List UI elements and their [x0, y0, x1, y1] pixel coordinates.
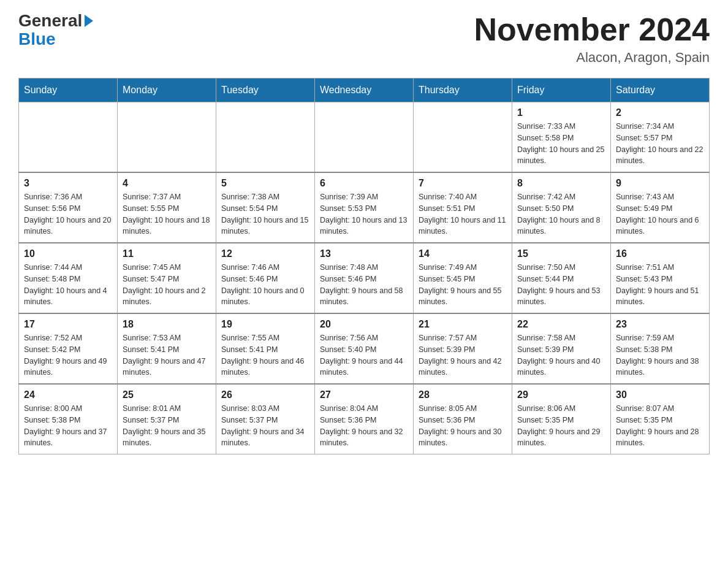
- day-number: 28: [419, 389, 507, 400]
- day-number: 3: [24, 178, 112, 189]
- calendar-cell: 13Sunrise: 7:48 AMSunset: 5:46 PMDayligh…: [315, 243, 414, 313]
- day-number: 27: [320, 389, 408, 400]
- day-info: Sunrise: 8:04 AMSunset: 5:36 PMDaylight:…: [320, 403, 408, 449]
- day-number: 20: [320, 319, 408, 330]
- day-number: 29: [517, 389, 605, 400]
- day-info: Sunrise: 7:33 AMSunset: 5:58 PMDaylight:…: [517, 121, 605, 167]
- day-number: 19: [221, 319, 309, 330]
- day-info: Sunrise: 7:52 AMSunset: 5:42 PMDaylight:…: [24, 332, 112, 378]
- day-info: Sunrise: 7:34 AMSunset: 5:57 PMDaylight:…: [616, 121, 704, 167]
- calendar-cell: 27Sunrise: 8:04 AMSunset: 5:36 PMDayligh…: [315, 384, 414, 454]
- calendar-cell: 8Sunrise: 7:42 AMSunset: 5:50 PMDaylight…: [512, 172, 611, 243]
- day-info: Sunrise: 7:56 AMSunset: 5:40 PMDaylight:…: [320, 332, 408, 378]
- logo-arrow-icon: [85, 15, 93, 27]
- page-header: General Blue November 2024 Alacon, Arago…: [18, 12, 710, 66]
- day-number: 9: [616, 178, 704, 189]
- day-number: 1: [517, 107, 605, 118]
- day-info: Sunrise: 8:07 AMSunset: 5:35 PMDaylight:…: [616, 403, 704, 449]
- day-number: 17: [24, 319, 112, 330]
- calendar-cell: 20Sunrise: 7:56 AMSunset: 5:40 PMDayligh…: [315, 313, 414, 384]
- calendar-header-saturday: Saturday: [611, 79, 710, 102]
- calendar-week-2: 3Sunrise: 7:36 AMSunset: 5:56 PMDaylight…: [19, 172, 710, 243]
- calendar-week-3: 10Sunrise: 7:44 AMSunset: 5:48 PMDayligh…: [19, 243, 710, 313]
- calendar-cell: 11Sunrise: 7:45 AMSunset: 5:47 PMDayligh…: [118, 243, 216, 313]
- calendar-header-sunday: Sunday: [19, 79, 118, 102]
- day-info: Sunrise: 7:59 AMSunset: 5:38 PMDaylight:…: [616, 332, 704, 378]
- calendar-cell: 17Sunrise: 7:52 AMSunset: 5:42 PMDayligh…: [19, 313, 118, 384]
- day-number: 5: [221, 178, 309, 189]
- day-info: Sunrise: 8:06 AMSunset: 5:35 PMDaylight:…: [517, 403, 605, 449]
- day-info: Sunrise: 7:51 AMSunset: 5:43 PMDaylight:…: [616, 262, 704, 308]
- day-number: 14: [419, 248, 507, 259]
- calendar-cell: 14Sunrise: 7:49 AMSunset: 5:45 PMDayligh…: [414, 243, 512, 313]
- day-number: 16: [616, 248, 704, 259]
- day-number: 12: [221, 248, 309, 259]
- day-number: 26: [221, 389, 309, 400]
- day-number: 18: [123, 319, 211, 330]
- day-info: Sunrise: 7:46 AMSunset: 5:46 PMDaylight:…: [221, 262, 309, 308]
- day-number: 13: [320, 248, 408, 259]
- calendar-cell: 30Sunrise: 8:07 AMSunset: 5:35 PMDayligh…: [611, 384, 710, 454]
- calendar-cell: 26Sunrise: 8:03 AMSunset: 5:37 PMDayligh…: [216, 384, 315, 454]
- calendar-header-wednesday: Wednesday: [315, 79, 414, 102]
- day-number: 11: [123, 248, 211, 259]
- day-number: 7: [419, 178, 507, 189]
- day-info: Sunrise: 7:37 AMSunset: 5:55 PMDaylight:…: [123, 191, 211, 237]
- calendar-cell: 15Sunrise: 7:50 AMSunset: 5:44 PMDayligh…: [512, 243, 611, 313]
- calendar-cell: 1Sunrise: 7:33 AMSunset: 5:58 PMDaylight…: [512, 102, 611, 173]
- day-number: 22: [517, 319, 605, 330]
- day-info: Sunrise: 7:55 AMSunset: 5:41 PMDaylight:…: [221, 332, 309, 378]
- calendar-cell: 25Sunrise: 8:01 AMSunset: 5:37 PMDayligh…: [118, 384, 216, 454]
- location-text: Alacon, Aragon, Spain: [474, 50, 710, 66]
- day-number: 4: [123, 178, 211, 189]
- day-info: Sunrise: 7:40 AMSunset: 5:51 PMDaylight:…: [419, 191, 507, 237]
- day-number: 30: [616, 389, 704, 400]
- calendar-week-1: 1Sunrise: 7:33 AMSunset: 5:58 PMDaylight…: [19, 102, 710, 173]
- logo: General Blue: [18, 12, 93, 49]
- day-info: Sunrise: 7:57 AMSunset: 5:39 PMDaylight:…: [419, 332, 507, 378]
- calendar-cell: 3Sunrise: 7:36 AMSunset: 5:56 PMDaylight…: [19, 172, 118, 243]
- calendar-cell: 6Sunrise: 7:39 AMSunset: 5:53 PMDaylight…: [315, 172, 414, 243]
- calendar-cell: [216, 102, 315, 173]
- calendar-cell: 2Sunrise: 7:34 AMSunset: 5:57 PMDaylight…: [611, 102, 710, 173]
- day-number: 24: [24, 389, 112, 400]
- calendar-cell: 23Sunrise: 7:59 AMSunset: 5:38 PMDayligh…: [611, 313, 710, 384]
- day-info: Sunrise: 7:42 AMSunset: 5:50 PMDaylight:…: [517, 191, 605, 237]
- day-number: 8: [517, 178, 605, 189]
- calendar-cell: [315, 102, 414, 173]
- calendar-cell: [414, 102, 512, 173]
- day-info: Sunrise: 7:38 AMSunset: 5:54 PMDaylight:…: [221, 191, 309, 237]
- day-info: Sunrise: 7:36 AMSunset: 5:56 PMDaylight:…: [24, 191, 112, 237]
- day-info: Sunrise: 7:45 AMSunset: 5:47 PMDaylight:…: [123, 262, 211, 308]
- day-number: 10: [24, 248, 112, 259]
- day-info: Sunrise: 7:44 AMSunset: 5:48 PMDaylight:…: [24, 262, 112, 308]
- calendar-header-friday: Friday: [512, 79, 611, 102]
- calendar-cell: 24Sunrise: 8:00 AMSunset: 5:38 PMDayligh…: [19, 384, 118, 454]
- day-info: Sunrise: 7:58 AMSunset: 5:39 PMDaylight:…: [517, 332, 605, 378]
- day-number: 15: [517, 248, 605, 259]
- title-section: November 2024 Alacon, Aragon, Spain: [474, 12, 710, 66]
- day-info: Sunrise: 8:05 AMSunset: 5:36 PMDaylight:…: [419, 403, 507, 449]
- calendar-cell: 5Sunrise: 7:38 AMSunset: 5:54 PMDaylight…: [216, 172, 315, 243]
- month-title: November 2024: [474, 12, 710, 47]
- day-number: 25: [123, 389, 211, 400]
- calendar-cell: 28Sunrise: 8:05 AMSunset: 5:36 PMDayligh…: [414, 384, 512, 454]
- calendar-week-5: 24Sunrise: 8:00 AMSunset: 5:38 PMDayligh…: [19, 384, 710, 454]
- calendar-cell: 29Sunrise: 8:06 AMSunset: 5:35 PMDayligh…: [512, 384, 611, 454]
- calendar-header-monday: Monday: [118, 79, 216, 102]
- calendar-cell: [19, 102, 118, 173]
- day-info: Sunrise: 7:50 AMSunset: 5:44 PMDaylight:…: [517, 262, 605, 308]
- day-info: Sunrise: 7:43 AMSunset: 5:49 PMDaylight:…: [616, 191, 704, 237]
- calendar-week-4: 17Sunrise: 7:52 AMSunset: 5:42 PMDayligh…: [19, 313, 710, 384]
- calendar-cell: 18Sunrise: 7:53 AMSunset: 5:41 PMDayligh…: [118, 313, 216, 384]
- calendar-cell: 16Sunrise: 7:51 AMSunset: 5:43 PMDayligh…: [611, 243, 710, 313]
- day-info: Sunrise: 8:00 AMSunset: 5:38 PMDaylight:…: [24, 403, 112, 449]
- calendar-cell: 7Sunrise: 7:40 AMSunset: 5:51 PMDaylight…: [414, 172, 512, 243]
- day-number: 6: [320, 178, 408, 189]
- calendar-cell: 12Sunrise: 7:46 AMSunset: 5:46 PMDayligh…: [216, 243, 315, 313]
- calendar-cell: 22Sunrise: 7:58 AMSunset: 5:39 PMDayligh…: [512, 313, 611, 384]
- calendar-cell: 19Sunrise: 7:55 AMSunset: 5:41 PMDayligh…: [216, 313, 315, 384]
- calendar-header-tuesday: Tuesday: [216, 79, 315, 102]
- day-info: Sunrise: 7:48 AMSunset: 5:46 PMDaylight:…: [320, 262, 408, 308]
- day-info: Sunrise: 7:49 AMSunset: 5:45 PMDaylight:…: [419, 262, 507, 308]
